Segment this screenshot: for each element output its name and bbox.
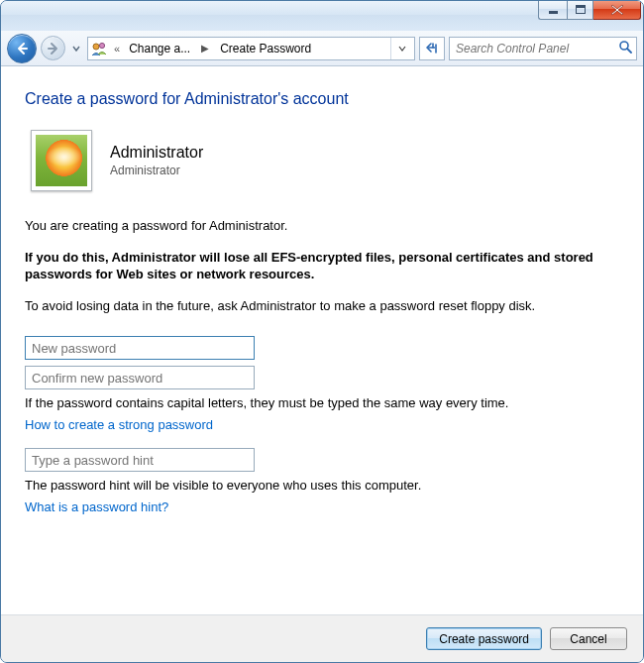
caption-buttons: [538, 0, 641, 20]
create-password-button[interactable]: Create password: [426, 627, 542, 650]
breadcrumb-prev[interactable]: Change a...: [126, 42, 193, 55]
page-title: Create a password for Administrator's ac…: [25, 90, 619, 108]
back-button[interactable]: [7, 34, 37, 63]
titlebar[interactable]: [1, 1, 643, 31]
back-arrow-icon: [15, 42, 29, 55]
refresh-icon: [425, 42, 439, 55]
breadcrumb-separator-icon[interactable]: ▶: [197, 43, 213, 54]
search-box[interactable]: [449, 37, 637, 60]
forward-button[interactable]: [41, 36, 65, 60]
chevron-left-icon: «: [112, 43, 122, 55]
breadcrumb-current[interactable]: Create Password: [217, 42, 314, 55]
confirm-password-input[interactable]: [25, 366, 255, 389]
user-name: Administrator: [110, 144, 203, 162]
address-dropdown[interactable]: [390, 38, 412, 59]
password-hint-link[interactable]: What is a password hint?: [25, 499, 168, 514]
maximize-button[interactable]: [567, 0, 593, 20]
svg-line-3: [627, 49, 631, 53]
forward-arrow-icon: [47, 42, 60, 55]
refresh-button[interactable]: [419, 37, 445, 60]
warning-text: If you do this, Administrator will lose …: [25, 249, 619, 283]
caps-note: If the password contains capital letters…: [25, 395, 619, 410]
strong-password-link[interactable]: How to create a strong password: [25, 417, 213, 432]
close-button[interactable]: [593, 0, 641, 20]
address-bar[interactable]: « Change a... ▶ Create Password: [87, 37, 415, 60]
intro-text: You are creating a password for Administ…: [25, 217, 619, 235]
user-type: Administrator: [110, 164, 203, 177]
search-input[interactable]: [454, 41, 618, 56]
hint-note: The password hint will be visible to eve…: [25, 478, 619, 493]
chevron-down-icon: [72, 45, 80, 53]
window-frame: « Change a... ▶ Create Password Create a…: [0, 0, 644, 663]
avatar: [31, 130, 92, 191]
command-bar: Create password Cancel: [1, 614, 643, 662]
close-icon: [610, 4, 624, 16]
search-icon[interactable]: [618, 40, 632, 56]
cancel-button[interactable]: Cancel: [550, 627, 627, 650]
user-accounts-icon: [90, 40, 108, 57]
new-password-input[interactable]: [25, 336, 255, 360]
svg-point-0: [93, 44, 99, 50]
user-block: Administrator Administrator: [31, 130, 619, 191]
minimize-button[interactable]: [538, 0, 567, 20]
navigation-bar: « Change a... ▶ Create Password: [1, 31, 643, 66]
svg-point-1: [99, 43, 104, 48]
content-pane: Create a password for Administrator's ac…: [1, 66, 643, 614]
history-dropdown[interactable]: [69, 37, 83, 60]
chevron-down-icon: [398, 45, 406, 53]
password-hint-input[interactable]: [25, 448, 255, 472]
avoid-text: To avoid losing data in the future, ask …: [25, 297, 619, 315]
